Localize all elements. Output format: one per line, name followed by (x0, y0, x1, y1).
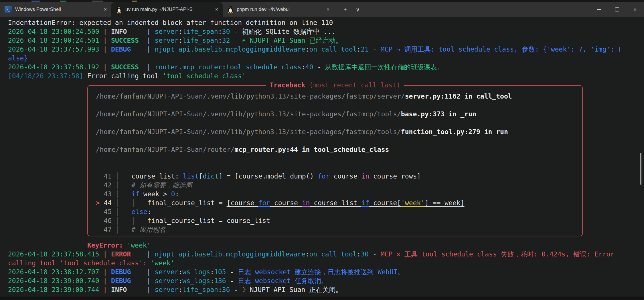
log-line: 2026-04-18 23:00:24.501 | SUCCESS | serv… (8, 36, 644, 45)
text-segment: 136 (214, 277, 226, 285)
text-segment: : (178, 37, 182, 44)
log-line: 2026-04-18 23:37:58.415 | ERROR | njupt_… (8, 250, 644, 259)
text-segment: | (143, 250, 155, 258)
text-segment: 2026-04-18 23:39:00.744 (8, 286, 99, 293)
text-segment: - (230, 28, 242, 35)
text-segment: mcp_router.py:44 in tool_schedule_class (234, 146, 389, 153)
tab-close-icon[interactable]: × (325, 7, 331, 13)
text-segment: | (99, 37, 111, 44)
text-segment: : (175, 190, 179, 198)
text-segment: - (313, 63, 325, 71)
text-segment: final_course_list = course_list (135, 217, 270, 224)
text-segment: | (99, 63, 111, 71)
text-segment: 2026-04-18 23:39:00.740 (8, 277, 99, 285)
text-segment: ws_logs (182, 268, 210, 276)
new-tab-button[interactable]: + (339, 2, 351, 17)
text-segment: for (318, 172, 330, 180)
log-line: 2026-04-18 23:39:00.740 | DEBUG | server… (8, 277, 644, 285)
text-segment: /home/fanfan/NJUPT-API-Suan/.venv/lib/py… (96, 110, 401, 118)
text-segment: 30 (222, 28, 230, 35)
text-segment: 36 (222, 286, 230, 293)
minimize-button[interactable] (590, 2, 608, 17)
tab-title: Windows PowerShell (15, 7, 99, 12)
text-segment: /home/fanfan/NJUPT-API-Suan/router/ (96, 146, 235, 153)
text-segment: 40 (305, 63, 313, 71)
traceback-line: /home/fanfan/NJUPT-API-Suan/.venv/lib/py… (96, 92, 582, 101)
text-segment: | (143, 63, 155, 71)
traceback-line (96, 136, 582, 145)
log-line: 2026-04-18 23:00:24.500 | INFO | server:… (8, 27, 644, 36)
text-segment: router.mcp_router (155, 63, 222, 71)
text-segment: > (96, 199, 104, 207)
text-segment: : (357, 46, 361, 53)
text-segment: | (99, 277, 111, 285)
tab-windows-powershell[interactable]: >_ Windows PowerShell × (0, 2, 111, 17)
powershell-icon: >_ (5, 6, 12, 13)
text-segment: | (143, 268, 155, 276)
text-segment: 日志 websocket 建立连接，日志将被推送到 WebUI。 (238, 268, 404, 276)
tab-dropdown-button[interactable]: ∨ (351, 2, 364, 17)
text-segment: │ (116, 172, 120, 180)
text-segment: 46 (96, 217, 116, 224)
text-segment: ☽ (242, 286, 250, 293)
terminal-output[interactable]: IndentationError: expected an indented b… (0, 17, 644, 297)
text-segment: 41 (96, 172, 116, 180)
text-segment: 42 (96, 181, 116, 189)
text-segment: MCP → 调用工具: tool_schedule_class, 参数: {'w… (381, 46, 622, 53)
text-segment: SUCCESS (111, 63, 143, 71)
text-segment: life_span (182, 28, 218, 35)
text-segment: : (178, 268, 182, 276)
text-segment: course_list (310, 199, 361, 207)
text-segment: course[ (369, 199, 401, 207)
log-line: calling tool 'tool_schedule_class': 'wee… (8, 259, 644, 268)
tab-uv-run-main[interactable]: uv run main.py ~/NJUPT-API-S × (111, 2, 223, 17)
text-segment: │ (116, 208, 120, 215)
text-segment: calling tool 'tool_schedule_class': (8, 259, 151, 267)
text-segment: : (178, 277, 182, 285)
traceback-line: /home/fanfan/NJUPT-API-Suan/.venv/lib/py… (96, 128, 582, 136)
text-segment: - (226, 268, 238, 276)
text-segment: 'week' (151, 259, 175, 267)
background-window-sliver (0, 0, 644, 2)
text-segment: DEBUG (111, 268, 143, 276)
maximize-button[interactable] (608, 2, 626, 17)
text-segment: 'week' (127, 242, 151, 249)
text-segment: NJUPT API Suan 正在关闭。 (250, 286, 342, 293)
text-segment: | (143, 277, 155, 285)
text-segment: njupt_api.baselib.mcploggingmiddleware (155, 250, 305, 258)
traceback-line: 43 │ if week > 0: (96, 190, 582, 199)
text-segment: 0 (171, 190, 175, 198)
tab-pnpm-run-dev[interactable]: pnpm run dev ~/N/webui × (223, 2, 334, 17)
traceback-line (96, 119, 582, 128)
log-line: alse} (8, 54, 644, 63)
log-line: 2026-04-18 23:37:58.192 | SUCCESS | rout… (8, 63, 644, 72)
scrollbar-thumb[interactable] (640, 153, 641, 185)
text-segment (120, 208, 132, 215)
minimize-icon (597, 9, 601, 10)
text-segment: DEBUG (111, 277, 143, 285)
text-segment: | (143, 286, 155, 293)
tab-bar-divider (337, 6, 337, 13)
text-segment: 44 (104, 199, 116, 207)
text-segment: SUCCESS (111, 37, 143, 44)
maximize-icon (615, 7, 619, 11)
text-segment: ] = [course.model_dump() (219, 172, 318, 180)
text-segment: ws_logs (182, 277, 210, 285)
window-controls: × (590, 2, 644, 17)
text-segment: base.py:373 in _run (401, 110, 476, 118)
log-line: KeyError: 'week' (8, 241, 644, 250)
text-segment: 日志 websocket 任务取消。 (238, 277, 327, 285)
traceback-line (96, 154, 582, 163)
text-segment: : (301, 63, 305, 71)
text-segment: 105 (214, 268, 226, 276)
text-segment: if (361, 199, 369, 207)
tab-close-icon[interactable]: × (102, 7, 108, 13)
text-segment: : (178, 28, 182, 35)
text-segment: tool_schedule_class (226, 63, 301, 71)
tab-close-icon[interactable]: × (214, 7, 220, 13)
text-segment: : (210, 268, 214, 276)
text-segment: /home/fanfan/NJUPT-API-Suan/.venv/lib/py… (96, 128, 401, 136)
text-segment: final_course_list = (135, 199, 227, 207)
close-button[interactable]: × (626, 2, 644, 17)
text-segment: 21 (361, 46, 369, 53)
